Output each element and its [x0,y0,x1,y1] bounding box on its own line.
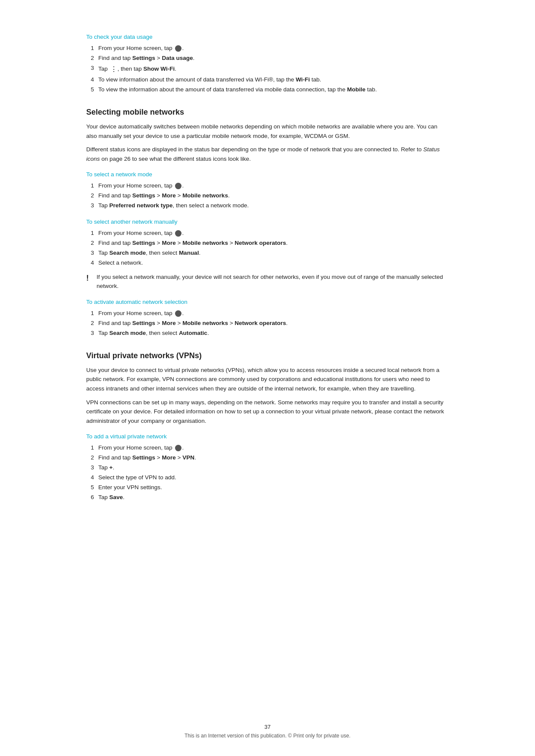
list-item: 2 Find and tap Settings > More > Mobile … [86,319,449,328]
warning-block: ! If you select a network manually, your… [86,272,449,291]
footer-note: This is an Internet version of this publ… [0,733,535,739]
page-footer: 37 This is an Internet version of this p… [0,724,535,739]
section-heading-vpn: Virtual private networks (VPNs) [86,351,449,360]
list-item: 1 From your Home screen, tap . [86,228,449,238]
link-heading-add-vpn: To add a virtual private network [86,433,449,440]
add-vpn-steps: 1 From your Home screen, tap . 2 Find an… [86,443,449,503]
grid-icon [175,183,181,189]
subsection-add-vpn: To add a virtual private network 1 From … [86,433,449,503]
vpn-body-2: VPN connections can be set up in many wa… [86,398,449,426]
list-item: 5 Enter your VPN settings. [86,483,449,493]
selecting-mobile-networks-section: Selecting mobile networks Your device au… [86,108,449,338]
body-text-2: Different status icons are displayed in … [86,145,449,163]
grid-icon [175,230,181,237]
menu-icon: ⋮ [110,63,117,75]
vpn-body-1: Use your device to connect to virtual pr… [86,366,449,394]
list-item: 1 From your Home screen, tap . [86,309,449,319]
link-heading-network-mode: To select a network mode [86,171,449,178]
list-item: 2 Find and tap Settings > More > Mobile … [86,238,449,248]
list-item: 1 From your Home screen, tap . [86,443,449,453]
list-item: 2 Find and tap Settings > Data usage. [86,53,449,63]
subsection-manual-network: To select another network manually 1 Fro… [86,219,449,291]
list-item: 3 Tap Search mode, then select Manual. [86,248,449,258]
link-heading-manual-network: To select another network manually [86,219,449,225]
top-steps-list: 1 From your Home screen, tap . 2 Find an… [86,44,449,95]
list-item: 2 Find and tap Settings > More > VPN. [86,453,449,463]
grid-icon [175,45,181,52]
subsection-network-mode: To select a network mode 1 From your Hom… [86,171,449,211]
list-item: 4 To view information about the amount o… [86,75,449,85]
link-heading-auto-network: To activate automatic network selection [86,299,449,305]
top-link-heading: To check your data usage [86,34,449,40]
subsection-auto-network: To activate automatic network selection … [86,299,449,338]
manual-network-steps: 1 From your Home screen, tap . 2 Find an… [86,228,449,268]
list-item: 3 Tap Search mode, then select Automatic… [86,328,449,338]
list-item: 3 Tap ⋮, then tap Show Wi-Fi. [86,63,449,75]
warning-icon: ! [86,272,93,284]
list-item: 3 Tap Preferred network type, then selec… [86,201,449,211]
warning-text: If you select a network manually, your d… [97,272,449,291]
list-item: 2 Find and tap Settings > More > Mobile … [86,191,449,201]
section-heading-mobile-networks: Selecting mobile networks [86,108,449,117]
list-item: 3 Tap +. [86,463,449,473]
vpn-section: Virtual private networks (VPNs) Use your… [86,351,449,503]
list-item: 4 Select the type of VPN to add. [86,473,449,483]
page: To check your data usage 1 From your Hom… [0,0,535,756]
list-item: 1 From your Home screen, tap . [86,181,449,191]
list-item: 1 From your Home screen, tap . [86,44,449,53]
list-item: 5 To view the information about the amou… [86,85,449,95]
network-mode-steps: 1 From your Home screen, tap . 2 Find an… [86,181,449,211]
auto-network-steps: 1 From your Home screen, tap . 2 Find an… [86,309,449,338]
page-number: 37 [0,724,535,730]
list-item: 6 Tap Save. [86,493,449,503]
grid-icon [175,445,181,451]
grid-icon [175,310,181,317]
list-item: 4 Select a network. [86,258,449,268]
top-section: To check your data usage 1 From your Hom… [86,34,449,95]
body-text-1: Your device automatically switches betwe… [86,122,449,141]
